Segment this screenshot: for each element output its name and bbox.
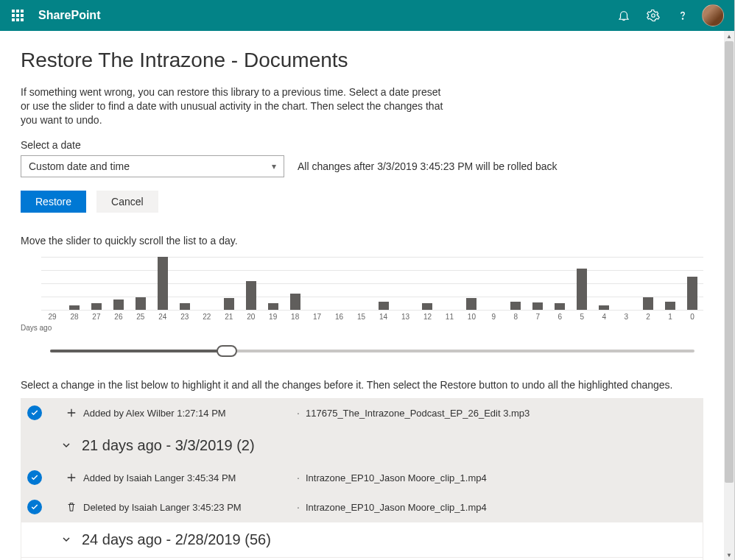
chevron-down-icon [51, 439, 82, 451]
separator-dot: · [291, 501, 306, 513]
chart-bar[interactable] [637, 257, 659, 310]
chevron-down-icon: ▾ [272, 161, 276, 171]
group-header[interactable]: 24 days ago - 2/28/2019 (56) [21, 522, 703, 558]
chart-bar[interactable] [41, 257, 63, 310]
user-avatar[interactable] [702, 4, 724, 26]
page-description: If something went wrong, you can restore… [21, 85, 448, 127]
chart-bar[interactable] [593, 257, 615, 310]
group-label: 24 days ago - 2/28/2019 (56) [82, 531, 271, 548]
chart-bar[interactable] [504, 257, 527, 310]
rollback-hint: All changes after 3/3/2019 3:45:23 PM wi… [298, 160, 558, 172]
row-select-check[interactable] [27, 500, 42, 514]
chart-bar[interactable] [284, 257, 306, 310]
change-text: Added by Isaiah Langer 3:45:34 PM [83, 472, 291, 483]
group-label: 21 days ago - 3/3/2019 (2) [82, 437, 255, 454]
chart-bar[interactable] [571, 257, 593, 310]
separator-dot: · [291, 472, 306, 483]
change-instruction: Select a change in the list below to hig… [21, 379, 703, 391]
chart-bar[interactable] [85, 257, 108, 310]
chart-bar[interactable] [218, 257, 240, 310]
chart-bar[interactable] [438, 257, 460, 310]
chart-bar[interactable] [681, 257, 703, 310]
row-select-check[interactable] [27, 470, 42, 485]
chevron-down-icon [51, 534, 82, 545]
chart-bar[interactable] [615, 257, 637, 310]
slider-label: Move the slider to quickly scroll the li… [21, 235, 703, 247]
scroll-up-icon[interactable]: ▲ [724, 31, 734, 41]
activity-chart [21, 257, 703, 310]
change-text: Deleted by Isaiah Langer 3:45:23 PM [83, 502, 291, 513]
chart-x-ticks: 2928272625242322212019181716151413121110… [41, 313, 703, 321]
chart-bar[interactable] [130, 257, 152, 310]
change-row[interactable]: Added by Isaiah Langer 3:45:34 PM · Intr… [21, 464, 703, 493]
add-icon [60, 408, 83, 418]
slider-thumb[interactable] [217, 345, 237, 357]
chart-bar[interactable] [482, 257, 504, 310]
chart-bar[interactable] [240, 257, 262, 310]
notifications-icon[interactable] [609, 0, 639, 31]
chart-bar[interactable] [328, 257, 351, 310]
change-list: ▲ Added by Alex Wilber 1:27:14 PM · 1176… [21, 398, 703, 560]
chart-bar[interactable] [108, 257, 130, 310]
chart-bar[interactable] [262, 257, 284, 310]
group-header[interactable]: 21 days ago - 3/3/2019 (2) [21, 428, 703, 464]
brand-label: SharePoint [38, 9, 100, 22]
change-file: Intrazone_EP10_Jason Moore_clip_1.mp4 [306, 502, 487, 513]
chart-bar[interactable] [659, 257, 681, 310]
scrollbar-thumb[interactable] [725, 41, 734, 483]
svg-point-1 [682, 18, 683, 19]
chart-bar[interactable] [63, 257, 85, 310]
separator-dot: · [291, 407, 306, 419]
chart-bar[interactable] [306, 257, 328, 310]
add-icon [60, 472, 83, 483]
date-select-value: Custom date and time [29, 160, 130, 172]
change-text: Added by Alex Wilber 1:27:14 PM [83, 408, 291, 419]
change-row[interactable]: Deleted by Isaiah Langer 3:45:23 PM · In… [21, 493, 703, 522]
chart-bar[interactable] [373, 257, 395, 310]
chart-bar[interactable] [527, 257, 549, 310]
chart-x-axis-label: Days ago [21, 324, 703, 332]
activity-slider[interactable] [41, 341, 703, 361]
page-scrollbar[interactable]: ▲ ▼ [724, 31, 734, 560]
delete-icon [60, 502, 83, 512]
app-launcher-icon[interactable] [6, 4, 29, 27]
help-icon[interactable] [668, 0, 697, 31]
page-title: Restore The Intrazone - Documents [21, 49, 703, 72]
scroll-down-icon[interactable]: ▼ [724, 550, 734, 560]
svg-point-0 [652, 14, 655, 18]
chart-bar[interactable] [549, 257, 571, 310]
change-row[interactable]: Added by Alex Wilber 1:27:14 PM · 117675… [21, 399, 703, 428]
change-file: Intrazone_EP10_Jason Moore_clip_1.mp4 [306, 472, 487, 483]
chart-bar[interactable] [196, 257, 218, 310]
date-select[interactable]: Custom date and time ▾ [21, 155, 284, 177]
chart-bar[interactable] [152, 257, 174, 310]
chart-bar[interactable] [395, 257, 417, 310]
chart-bar[interactable] [416, 257, 438, 310]
suite-header: SharePoint [0, 0, 734, 31]
date-label: Select a date [21, 139, 703, 151]
chart-bar[interactable] [460, 257, 482, 310]
chart-bar[interactable] [351, 257, 373, 310]
settings-icon[interactable] [639, 0, 668, 31]
chart-bar[interactable] [174, 257, 196, 310]
cancel-button[interactable]: Cancel [96, 191, 158, 213]
row-select-check[interactable] [27, 405, 42, 420]
restore-button[interactable]: Restore [21, 191, 86, 213]
change-file: 117675_The_Intrazone_Podcast_EP_26_Edit … [306, 408, 530, 419]
